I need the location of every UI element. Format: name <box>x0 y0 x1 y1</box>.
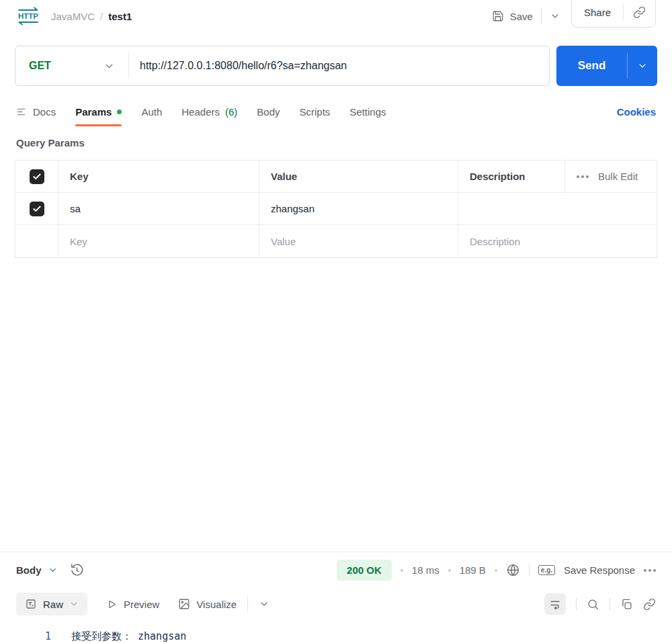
send-button-group: Send <box>556 46 657 86</box>
divider <box>610 598 610 610</box>
column-header-description: Description <box>458 161 564 192</box>
response-more-options-button[interactable] <box>644 569 656 572</box>
row-checkbox-cell <box>15 225 58 257</box>
row-checkbox[interactable] <box>30 202 44 216</box>
copy-link-button[interactable] <box>624 6 655 19</box>
query-params-title: Query Params <box>16 137 656 148</box>
check-icon <box>32 204 42 214</box>
chevron-down-icon <box>550 11 560 22</box>
http-request-window: HTTP JavaMVC / test1 Save Share <box>0 0 672 643</box>
history-icon <box>70 563 84 577</box>
play-icon <box>106 599 118 610</box>
tab-scripts[interactable]: Scripts <box>300 97 331 126</box>
chevron-down-icon <box>48 565 58 575</box>
response-size: 189 B <box>460 564 486 576</box>
tab-settings[interactable]: Settings <box>349 97 386 126</box>
table-placeholder-row <box>15 225 657 257</box>
tab-body[interactable]: Body <box>257 97 280 126</box>
word-wrap-icon <box>549 598 561 610</box>
tab-label: Docs <box>33 106 56 118</box>
tab-label: Settings <box>349 106 386 118</box>
response-view-toolbar: Raw Preview Visualize <box>0 588 672 620</box>
save-button[interactable]: Save <box>492 10 533 22</box>
description-cell <box>458 193 657 224</box>
bulk-edit-label: Bulk Edit <box>598 171 638 182</box>
new-param-key-input[interactable] <box>70 236 247 247</box>
response-body-dropdown[interactable]: Body <box>16 564 58 576</box>
save-response-button[interactable]: Save Response <box>564 564 635 576</box>
raw-view-button[interactable]: Raw <box>16 593 87 615</box>
bulk-edit-button[interactable]: Bulk Edit <box>564 161 657 192</box>
dot-separator <box>401 569 403 572</box>
column-header-key: Key <box>58 161 259 192</box>
line-number: 1 <box>0 630 51 642</box>
url-box: GET <box>15 46 550 86</box>
new-param-description-input[interactable] <box>470 236 645 247</box>
share-button-group: Share <box>571 0 656 28</box>
new-param-value-input[interactable] <box>271 236 446 247</box>
param-description-input[interactable] <box>470 203 645 214</box>
tab-label: Headers <box>181 106 220 118</box>
params-indicator-dot <box>117 110 122 114</box>
key-cell <box>58 225 259 257</box>
svg-text:HTTP: HTTP <box>18 12 38 20</box>
response-text: 接受到参数： zhangsan <box>51 630 186 643</box>
save-options-button[interactable] <box>550 11 560 22</box>
description-cell <box>458 225 657 257</box>
request-tabs: Docs Params Auth Headers (6) Body Script… <box>0 97 672 126</box>
status-badge: 200 OK <box>337 560 392 581</box>
chevron-down-icon <box>69 599 79 609</box>
visualize-view-button[interactable]: Visualize <box>178 598 237 610</box>
response-metrics: 200 OK 18 ms 189 B e.g. Save Response <box>337 560 656 581</box>
http-logo-icon: HTTP <box>16 6 40 26</box>
column-header-value: Value <box>259 161 458 192</box>
param-value-input[interactable] <box>271 203 446 214</box>
search-icon <box>587 598 599 611</box>
visualize-label: Visualize <box>196 599 237 610</box>
method-label: GET <box>29 60 51 72</box>
response-body-content[interactable]: 1 接受到参数： zhangsan <box>0 620 672 643</box>
param-key-input[interactable] <box>70 203 247 214</box>
save-icon <box>492 10 504 22</box>
breadcrumb-current: test1 <box>108 11 132 22</box>
more-options-icon <box>577 175 589 178</box>
chevron-down-icon <box>637 60 648 71</box>
tab-headers[interactable]: Headers (6) <box>181 97 237 126</box>
word-wrap-button[interactable] <box>544 593 566 615</box>
value-cell <box>259 193 458 224</box>
select-all-checkbox[interactable] <box>30 169 44 184</box>
response-panel: Body 200 OK 18 ms 189 B <box>0 552 672 643</box>
copy-response-button[interactable] <box>620 598 633 611</box>
network-info-button[interactable] <box>506 563 520 577</box>
breadcrumb-project[interactable]: JavaMVC <box>51 11 95 22</box>
save-button-label: Save <box>510 11 533 22</box>
search-response-button[interactable] <box>587 598 599 611</box>
tab-auth[interactable]: Auth <box>141 97 162 126</box>
tab-params[interactable]: Params <box>75 97 122 126</box>
share-button[interactable]: Share <box>572 7 623 18</box>
cookies-link[interactable]: Cookies <box>617 106 656 118</box>
preview-view-button[interactable]: Preview <box>106 599 159 610</box>
row-checkbox-cell <box>15 193 58 224</box>
value-cell <box>259 225 458 257</box>
docs-icon <box>16 106 28 118</box>
method-dropdown[interactable]: GET <box>15 46 128 85</box>
query-params-table: Key Value Description Bulk Edit <box>15 160 657 258</box>
response-history-button[interactable] <box>70 563 84 577</box>
link-icon <box>643 598 656 611</box>
tab-label: Scripts <box>300 106 331 118</box>
tab-label: Body <box>257 106 280 118</box>
more-views-button[interactable] <box>259 599 269 609</box>
send-options-button[interactable] <box>628 46 657 86</box>
url-input[interactable] <box>129 46 549 85</box>
response-link-button[interactable] <box>643 598 656 611</box>
send-button[interactable]: Send <box>556 46 627 86</box>
divider <box>247 597 248 611</box>
tab-label: Params <box>75 106 112 118</box>
check-icon <box>32 172 42 181</box>
divider <box>529 564 530 576</box>
table-header-row: Key Value Description Bulk Edit <box>15 161 657 193</box>
table-row <box>15 193 657 225</box>
tab-docs[interactable]: Docs <box>16 97 56 126</box>
content-spacer <box>0 258 672 552</box>
